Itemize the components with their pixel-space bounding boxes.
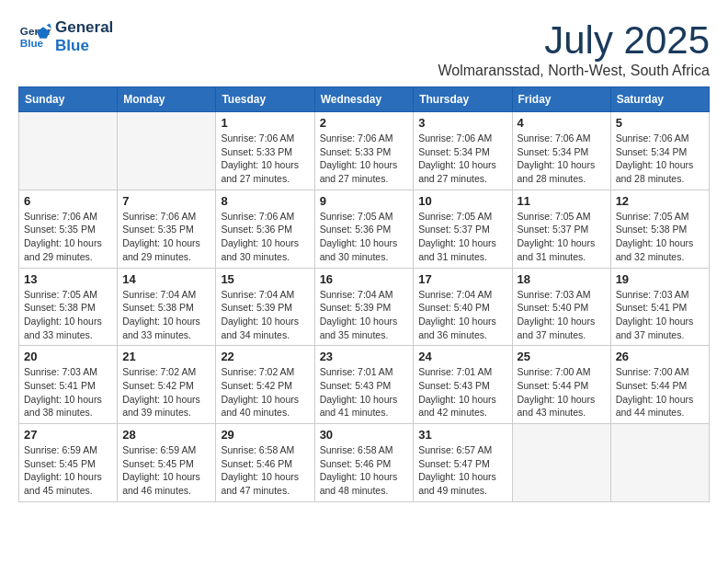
day-cell: 30Sunrise: 6:58 AM Sunset: 5:46 PM Dayli… xyxy=(314,424,414,502)
day-info: Sunrise: 7:05 AM Sunset: 5:37 PM Dayligh… xyxy=(518,210,606,264)
day-number: 4 xyxy=(518,116,606,130)
day-cell: 18Sunrise: 7:03 AM Sunset: 5:40 PM Dayli… xyxy=(512,268,610,346)
col-header-saturday: Saturday xyxy=(610,87,709,112)
day-number: 3 xyxy=(418,116,506,130)
day-info: Sunrise: 7:00 AM Sunset: 5:44 PM Dayligh… xyxy=(518,365,606,419)
day-cell: 29Sunrise: 6:58 AM Sunset: 5:46 PM Dayli… xyxy=(216,424,314,502)
day-number: 21 xyxy=(122,350,210,363)
day-info: Sunrise: 7:00 AM Sunset: 5:44 PM Dayligh… xyxy=(616,365,704,419)
day-cell xyxy=(118,112,216,190)
day-number: 1 xyxy=(221,116,309,130)
day-number: 28 xyxy=(122,428,210,442)
day-info: Sunrise: 7:06 AM Sunset: 5:35 PM Dayligh… xyxy=(24,210,112,264)
week-row-2: 6Sunrise: 7:06 AM Sunset: 5:35 PM Daylig… xyxy=(19,190,710,268)
day-number: 22 xyxy=(221,350,309,363)
day-number: 17 xyxy=(418,272,506,286)
title-area: July 2025 Wolmaransstad, North-West, Sou… xyxy=(438,18,710,79)
day-info: Sunrise: 7:06 AM Sunset: 5:33 PM Dayligh… xyxy=(221,132,309,186)
day-number: 20 xyxy=(24,350,112,363)
day-info: Sunrise: 7:04 AM Sunset: 5:39 PM Dayligh… xyxy=(221,288,309,342)
month-title: July 2025 xyxy=(438,18,710,63)
week-row-3: 13Sunrise: 7:05 AM Sunset: 5:38 PM Dayli… xyxy=(19,268,710,346)
day-cell xyxy=(512,424,610,502)
day-number: 16 xyxy=(320,272,409,286)
day-number: 8 xyxy=(221,194,309,208)
day-cell: 14Sunrise: 7:04 AM Sunset: 5:38 PM Dayli… xyxy=(118,268,216,346)
location-subtitle: Wolmaransstad, North-West, South Africa xyxy=(438,63,710,79)
day-cell: 12Sunrise: 7:05 AM Sunset: 5:38 PM Dayli… xyxy=(610,190,709,268)
day-number: 24 xyxy=(418,350,506,363)
day-number: 13 xyxy=(24,272,112,286)
logo-icon: General Blue xyxy=(18,20,51,53)
day-cell: 13Sunrise: 7:05 AM Sunset: 5:38 PM Dayli… xyxy=(19,268,118,346)
day-info: Sunrise: 7:05 AM Sunset: 5:38 PM Dayligh… xyxy=(24,288,112,342)
calendar: SundayMondayTuesdayWednesdayThursdayFrid… xyxy=(18,86,710,502)
calendar-header-row: SundayMondayTuesdayWednesdayThursdayFrid… xyxy=(19,87,710,112)
day-cell: 20Sunrise: 7:03 AM Sunset: 5:41 PM Dayli… xyxy=(19,346,118,424)
week-row-4: 20Sunrise: 7:03 AM Sunset: 5:41 PM Dayli… xyxy=(19,346,710,424)
day-number: 31 xyxy=(418,428,506,442)
day-info: Sunrise: 7:04 AM Sunset: 5:38 PM Dayligh… xyxy=(122,288,210,342)
day-info: Sunrise: 7:02 AM Sunset: 5:42 PM Dayligh… xyxy=(122,365,210,419)
day-cell xyxy=(610,424,709,502)
day-info: Sunrise: 7:03 AM Sunset: 5:40 PM Dayligh… xyxy=(518,288,606,342)
col-header-sunday: Sunday xyxy=(19,87,118,112)
day-info: Sunrise: 7:01 AM Sunset: 5:43 PM Dayligh… xyxy=(320,365,409,419)
day-number: 6 xyxy=(24,194,112,208)
day-cell xyxy=(19,112,118,190)
week-row-5: 27Sunrise: 6:59 AM Sunset: 5:45 PM Dayli… xyxy=(19,424,710,502)
day-number: 14 xyxy=(122,272,210,286)
day-cell: 6Sunrise: 7:06 AM Sunset: 5:35 PM Daylig… xyxy=(19,190,118,268)
day-number: 9 xyxy=(320,194,409,208)
day-info: Sunrise: 7:06 AM Sunset: 5:33 PM Dayligh… xyxy=(320,132,409,186)
day-info: Sunrise: 6:59 AM Sunset: 5:45 PM Dayligh… xyxy=(24,443,112,498)
day-info: Sunrise: 6:58 AM Sunset: 5:46 PM Dayligh… xyxy=(221,443,309,498)
day-number: 10 xyxy=(418,194,506,208)
day-info: Sunrise: 6:59 AM Sunset: 5:45 PM Dayligh… xyxy=(122,443,210,498)
day-cell: 17Sunrise: 7:04 AM Sunset: 5:40 PM Dayli… xyxy=(414,268,512,346)
day-cell: 16Sunrise: 7:04 AM Sunset: 5:39 PM Dayli… xyxy=(314,268,414,346)
day-info: Sunrise: 7:03 AM Sunset: 5:41 PM Dayligh… xyxy=(24,365,112,419)
day-cell: 26Sunrise: 7:00 AM Sunset: 5:44 PM Dayli… xyxy=(610,346,709,424)
col-header-monday: Monday xyxy=(118,87,216,112)
day-info: Sunrise: 7:04 AM Sunset: 5:40 PM Dayligh… xyxy=(418,288,506,342)
col-header-tuesday: Tuesday xyxy=(216,87,314,112)
day-info: Sunrise: 7:06 AM Sunset: 5:36 PM Dayligh… xyxy=(221,210,309,264)
day-info: Sunrise: 7:06 AM Sunset: 5:34 PM Dayligh… xyxy=(518,132,606,186)
day-cell: 25Sunrise: 7:00 AM Sunset: 5:44 PM Dayli… xyxy=(512,346,610,424)
col-header-thursday: Thursday xyxy=(414,87,512,112)
day-number: 29 xyxy=(221,428,309,442)
day-info: Sunrise: 7:06 AM Sunset: 5:35 PM Dayligh… xyxy=(122,210,210,264)
day-info: Sunrise: 7:06 AM Sunset: 5:34 PM Dayligh… xyxy=(418,132,506,186)
day-info: Sunrise: 6:58 AM Sunset: 5:46 PM Dayligh… xyxy=(320,443,409,498)
day-number: 12 xyxy=(616,194,704,208)
day-number: 30 xyxy=(320,428,409,442)
day-cell: 27Sunrise: 6:59 AM Sunset: 5:45 PM Dayli… xyxy=(19,424,118,502)
day-cell: 4Sunrise: 7:06 AM Sunset: 5:34 PM Daylig… xyxy=(512,112,610,190)
day-info: Sunrise: 7:05 AM Sunset: 5:38 PM Dayligh… xyxy=(616,210,704,264)
day-number: 23 xyxy=(320,350,409,363)
day-cell: 8Sunrise: 7:06 AM Sunset: 5:36 PM Daylig… xyxy=(216,190,314,268)
day-number: 27 xyxy=(24,428,112,442)
day-cell: 3Sunrise: 7:06 AM Sunset: 5:34 PM Daylig… xyxy=(414,112,512,190)
logo: General Blue General Blue xyxy=(18,18,113,54)
day-cell: 15Sunrise: 7:04 AM Sunset: 5:39 PM Dayli… xyxy=(216,268,314,346)
day-number: 11 xyxy=(518,194,606,208)
day-info: Sunrise: 7:05 AM Sunset: 5:37 PM Dayligh… xyxy=(418,210,506,264)
day-cell: 2Sunrise: 7:06 AM Sunset: 5:33 PM Daylig… xyxy=(314,112,414,190)
logo-blue: Blue xyxy=(55,37,113,55)
day-info: Sunrise: 7:01 AM Sunset: 5:43 PM Dayligh… xyxy=(418,365,506,419)
day-cell: 23Sunrise: 7:01 AM Sunset: 5:43 PM Dayli… xyxy=(314,346,414,424)
col-header-friday: Friday xyxy=(512,87,610,112)
day-cell: 28Sunrise: 6:59 AM Sunset: 5:45 PM Dayli… xyxy=(118,424,216,502)
day-info: Sunrise: 6:57 AM Sunset: 5:47 PM Dayligh… xyxy=(418,443,506,498)
day-cell: 7Sunrise: 7:06 AM Sunset: 5:35 PM Daylig… xyxy=(118,190,216,268)
day-number: 26 xyxy=(616,350,704,363)
day-cell: 24Sunrise: 7:01 AM Sunset: 5:43 PM Dayli… xyxy=(414,346,512,424)
day-cell: 9Sunrise: 7:05 AM Sunset: 5:36 PM Daylig… xyxy=(314,190,414,268)
day-info: Sunrise: 7:04 AM Sunset: 5:39 PM Dayligh… xyxy=(320,288,409,342)
day-info: Sunrise: 7:02 AM Sunset: 5:42 PM Dayligh… xyxy=(221,365,309,419)
day-cell: 31Sunrise: 6:57 AM Sunset: 5:47 PM Dayli… xyxy=(414,424,512,502)
header: General Blue General Blue July 2025 Wolm… xyxy=(18,18,710,79)
day-cell: 11Sunrise: 7:05 AM Sunset: 5:37 PM Dayli… xyxy=(512,190,610,268)
